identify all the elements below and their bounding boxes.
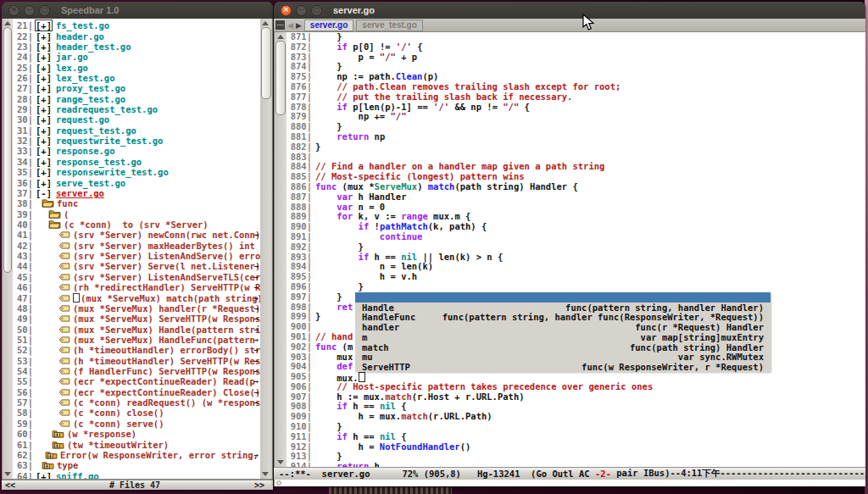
speedbar-row[interactable]: 21|[+]fs_test.go [13,20,260,31]
maximize-button[interactable]: ▢ [39,5,50,16]
minibuffer[interactable] [274,480,865,486]
file-name[interactable]: server.go [56,188,104,198]
tag-label[interactable]: (srv *Server) ListenAndServe() error [73,251,260,261]
tag-label[interactable]: (h *timeoutHandler) errorBody() strin [73,345,260,355]
folder-open-icon[interactable] [42,199,54,208]
speedbar-row[interactable]: 48|(mux *ServeMux) handler(r *Request) H… [13,303,260,314]
tag-icon[interactable] [58,274,70,280]
maximize-button[interactable]: ▢ [311,5,322,16]
tag-label[interactable]: (srv *Server) ListenAndServeTLS(certF [73,272,260,282]
folder-open-icon[interactable] [48,220,61,229]
speedbar-row[interactable]: 54|(f HandlerFunc) ServeHTTP(w ResponseW… [13,366,260,376]
expand-toggle[interactable]: [+] [36,178,52,188]
expand-toggle[interactable]: [+] [36,471,52,479]
speedbar-row[interactable]: 22|[+]header.go [13,31,260,41]
tag-icon[interactable] [58,368,70,375]
tag-icon[interactable] [58,253,70,259]
speedbar-row[interactable]: 56|(ecr *expectContinueReader) Close() e… [13,387,260,397]
folder-plus-icon[interactable] [52,430,64,438]
speedbar-next-button[interactable]: >> [254,480,273,490]
tag-label[interactable]: (f HandlerFunc) ServeHTTP(w ResponseW [73,366,260,376]
tag-icon[interactable] [58,399,70,406]
tab-back-icon[interactable]: ◀ [287,21,293,30]
file-name[interactable]: proxy_test.go [56,83,125,93]
speedbar-scrollbar-right[interactable] [260,19,272,479]
file-name[interactable]: serve_test.go [56,178,125,188]
folder-plus-icon[interactable] [52,441,64,449]
popup-item[interactable]: HandleFuncfunc(pattern string, handler f… [355,312,771,322]
close-button[interactable]: ✕ [8,5,19,16]
speedbar-row[interactable]: 41|(srv *Server) newConn(rwc net.Conn) (… [13,230,260,240]
speedbar-row[interactable]: 57|(c *conn) readRequest() (w *response,… [13,397,260,408]
speedbar-row[interactable]: 35|[+]responsewrite_test.go [13,167,260,177]
file-name[interactable]: requestwrite_test.go [56,136,163,146]
speedbar-row[interactable]: 30|[+]request.go [13,114,260,125]
tag-label[interactable]: (h *timeoutHandler) ServeHTTP(w Respo [73,356,260,366]
tag-icon[interactable] [58,409,70,416]
minimize-button[interactable]: − [24,5,35,16]
tag-group-label[interactable]: (w *response) [67,429,136,439]
expand-toggle[interactable]: [+] [36,31,52,42]
close-button[interactable]: ✕ [281,5,292,16]
tab-forward-icon[interactable]: ▶ [296,21,302,30]
popup-item[interactable]: Handlefunc(pattern string, handler Handl… [355,303,771,313]
speedbar-row[interactable]: 52|(h *timeoutHandler) errorBody() strin… [13,345,260,355]
tag-label[interactable]: (c *conn) serve() [73,419,164,429]
speedbar-row[interactable]: 47|(mux *ServeMux) match(path string) Ha… [13,292,260,303]
tab-server-go[interactable]: server.go [304,19,353,31]
tag-group-label[interactable]: func [57,198,78,208]
tabbar-home-button[interactable]: — [275,20,285,30]
scrollbar-thumb[interactable] [275,41,286,115]
expand-toggle[interactable]: [+] [36,83,52,93]
speedbar-row[interactable]: 27|[+]proxy_test.go [13,83,260,93]
tag-icon[interactable] [58,358,70,364]
speedbar-row[interactable]: 50|(mux *ServeMux) Handle(pattern string… [13,324,260,334]
code-area[interactable]: 871| }872| if p[0] != '/' {873| p = "/" … [287,32,865,467]
tag-icon[interactable] [58,295,70,302]
scroll-down-icon[interactable] [262,472,269,476]
file-name[interactable]: lex_test.go [56,73,115,83]
file-name[interactable]: lex.go [56,63,88,73]
expand-toggle[interactable]: [+] [36,157,52,167]
popup-item[interactable]: handlerfunc(r *Request) Handler [355,322,771,332]
editor-body[interactable]: 871| }872| if p[0] != '/' {873| p = "/" … [274,32,865,467]
speedbar-row[interactable]: 46|(rh *redirectHandler) ServeHTTP(w Res… [13,282,260,292]
speedbar-row[interactable]: 53|(h *timeoutHandler) ServeHTTP(w Respo… [13,356,260,366]
tab-serve-test-go[interactable]: serve_test.go [356,19,422,31]
speedbar-row[interactable]: 37|[-]server.go [13,188,260,198]
speedbar-row[interactable]: 24|[+]jar.go [13,52,260,62]
tag-label[interactable]: (mux *ServeMux) Handle(pattern string [73,325,260,335]
speedbar-row[interactable]: 42|(srv *Server) maxHeaderBytes() int [13,241,260,251]
scroll-up-icon[interactable] [4,21,11,25]
speedbar-row[interactable]: 25|[+]lex.go [13,62,260,72]
scroll-up-icon[interactable] [277,35,284,39]
folder-plus-icon[interactable] [45,451,58,459]
file-name[interactable]: fs_test.go [56,20,109,31]
speedbar-row[interactable]: 40|(c *conn) to (srv *Server) [13,219,260,230]
speedbar-row[interactable]: 38|func [13,198,260,208]
expand-toggle[interactable]: [+] [36,73,52,83]
tag-icon[interactable] [58,326,70,333]
expand-toggle[interactable]: [+] [36,63,52,73]
scrollbar-thumb[interactable] [261,27,271,99]
scrollbar-thumb[interactable] [3,27,12,273]
expand-toggle[interactable]: [+] [36,52,52,62]
speedbar-file-list[interactable]: 21|[+]fs_test.go22|[+]header.go23|[+]hea… [13,19,260,479]
file-name[interactable]: readrequest_test.go [56,104,158,114]
file-name[interactable]: range_test.go [56,94,125,104]
speedbar-row[interactable]: 28|[+]range_test.go [13,94,260,104]
scroll-up-icon[interactable] [262,21,269,25]
popup-item[interactable]: matchfunc(path string) Handler [355,342,771,352]
tag-label[interactable]: (srv *Server) maxHeaderBytes() int [73,241,255,251]
tag-label[interactable]: (mux *ServeMux) match(path string) Ha [81,293,260,303]
tag-group-label[interactable]: Error(w ResponseWriter, error string, c [60,450,260,460]
file-name[interactable]: responsewrite_test.go [56,167,169,177]
tag-icon[interactable] [58,263,70,269]
file-name[interactable]: response_test.go [56,157,142,167]
file-name[interactable]: response.go [56,146,115,156]
tag-icon[interactable] [58,336,70,343]
speedbar-row[interactable]: 63|type [13,460,260,470]
tag-label[interactable]: (srv *Server) Serve(l net.Listener) e [73,261,260,271]
expand-toggle[interactable]: [+] [36,104,52,114]
minimize-button[interactable]: − [296,5,307,16]
